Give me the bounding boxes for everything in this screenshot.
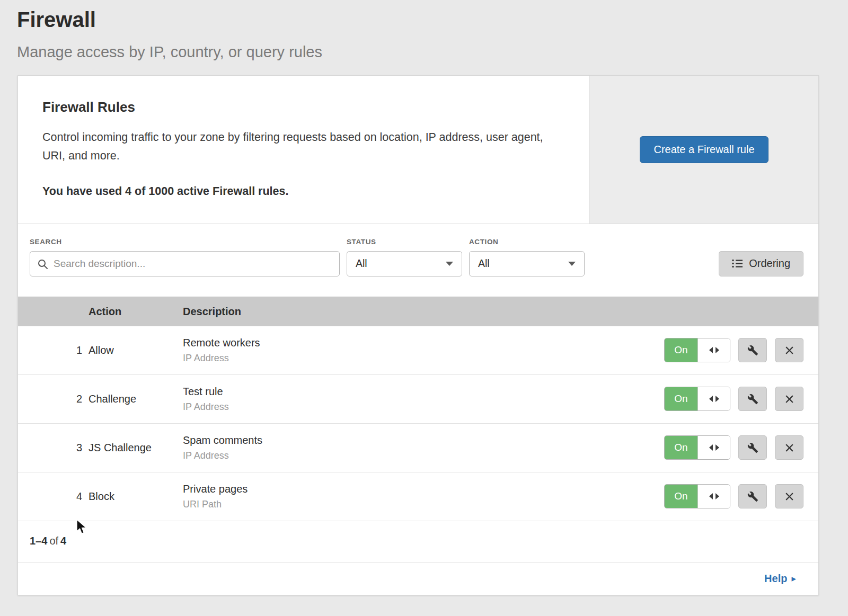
- wrench-icon: [747, 394, 758, 405]
- rule-description: Spam comments: [183, 434, 662, 447]
- search-filter-group: SEARCH: [30, 238, 340, 276]
- pagination: 1–4of4: [18, 521, 818, 562]
- close-icon: [784, 443, 794, 453]
- rule-action: JS Challenge: [89, 442, 183, 454]
- toggle-arrows-icon[interactable]: [697, 485, 730, 508]
- search-label: SEARCH: [30, 238, 340, 246]
- toggle-on-label[interactable]: On: [665, 485, 697, 508]
- rule-enabled-toggle[interactable]: On: [664, 484, 730, 508]
- search-icon: [37, 258, 49, 270]
- rule-number: 1: [76, 344, 89, 356]
- page-subtitle: Manage access by IP, country, or query r…: [17, 43, 848, 61]
- table-row: 4 Block Private pages URI Path On: [18, 472, 818, 521]
- pagination-total: 4: [60, 535, 66, 547]
- create-firewall-rule-button[interactable]: Create a Firewall rule: [640, 136, 768, 163]
- rule-action: Challenge: [89, 393, 183, 405]
- card-top-section: Firewall Rules Control incoming traffic …: [18, 76, 818, 224]
- wrench-icon: [747, 442, 758, 453]
- column-header-action: Action: [89, 306, 183, 318]
- toggle-arrows-icon[interactable]: [697, 436, 730, 459]
- delete-rule-button[interactable]: [775, 387, 803, 411]
- pagination-of: of: [47, 535, 60, 547]
- rule-number: 2: [76, 393, 89, 405]
- filter-bar: SEARCH STATUS All ACTION All: [18, 224, 818, 297]
- rule-match-type: IP Address: [183, 450, 662, 461]
- ordering-button[interactable]: Ordering: [719, 251, 803, 276]
- toggle-arrows-icon[interactable]: [697, 338, 730, 362]
- rule-action: Allow: [89, 344, 183, 356]
- action-label: ACTION: [469, 238, 585, 246]
- usage-text: You have used 4 of 1000 active Firewall …: [42, 185, 564, 198]
- action-select[interactable]: All: [469, 251, 585, 276]
- edit-rule-button[interactable]: [738, 435, 767, 460]
- action-filter-group: ACTION All: [469, 238, 585, 276]
- status-selected-value: All: [356, 257, 367, 270]
- rule-description: Private pages: [183, 483, 662, 495]
- ordering-icon: [732, 259, 743, 268]
- wrench-icon: [747, 345, 758, 356]
- help-label: Help: [764, 573, 787, 585]
- table-row: 3 JS Challenge Spam comments IP Address …: [18, 424, 818, 472]
- toggle-arrows-icon[interactable]: [697, 387, 730, 410]
- delete-rule-button[interactable]: [775, 338, 803, 362]
- rule-enabled-toggle[interactable]: On: [664, 338, 730, 362]
- card-intro: Firewall Rules Control incoming traffic …: [18, 76, 589, 224]
- action-selected-value: All: [478, 257, 490, 270]
- status-filter-group: STATUS All: [347, 238, 462, 276]
- status-label: STATUS: [347, 238, 462, 246]
- rule-description: Remote workers: [183, 337, 662, 349]
- rule-number: 4: [76, 490, 89, 503]
- firewall-rules-card: Firewall Rules Control incoming traffic …: [17, 75, 819, 595]
- rule-match-type: IP Address: [183, 353, 662, 364]
- rule-match-type: URI Path: [183, 499, 662, 510]
- chevron-down-icon: [446, 262, 453, 266]
- page-header: Firewall Manage access by IP, country, o…: [0, 0, 848, 61]
- search-input[interactable]: [30, 252, 339, 276]
- table-header: Action Description: [18, 297, 818, 326]
- create-panel: Create a Firewall rule: [589, 76, 818, 224]
- edit-rule-button[interactable]: [738, 338, 767, 362]
- edit-rule-button[interactable]: [738, 484, 767, 508]
- table-row: 1 Allow Remote workers IP Address On: [18, 326, 818, 375]
- rule-action: Block: [89, 490, 183, 503]
- ordering-label: Ordering: [749, 257, 790, 270]
- help-arrow-icon: ▸: [791, 573, 796, 584]
- card-heading: Firewall Rules: [42, 99, 564, 115]
- toggle-on-label[interactable]: On: [665, 436, 697, 459]
- rule-description: Test rule: [183, 386, 662, 398]
- card-footer: Help ▸: [18, 562, 818, 595]
- page-title: Firewall: [17, 7, 848, 32]
- help-link[interactable]: Help ▸: [764, 573, 796, 585]
- toggle-on-label[interactable]: On: [665, 338, 697, 362]
- wrench-icon: [747, 491, 758, 502]
- search-box: [30, 251, 340, 276]
- toggle-on-label[interactable]: On: [665, 387, 697, 410]
- rule-enabled-toggle[interactable]: On: [664, 387, 730, 411]
- edit-rule-button[interactable]: [738, 387, 767, 411]
- rule-number: 3: [76, 442, 89, 454]
- chevron-down-icon: [568, 262, 576, 266]
- pagination-range: 1–4: [30, 535, 47, 547]
- close-icon: [784, 492, 794, 502]
- close-icon: [784, 394, 794, 404]
- table-row: 2 Challenge Test rule IP Address On: [18, 375, 818, 424]
- card-description: Control incoming traffic to your zone by…: [42, 128, 551, 166]
- delete-rule-button[interactable]: [775, 484, 803, 508]
- close-icon: [784, 345, 794, 355]
- rule-enabled-toggle[interactable]: On: [664, 435, 730, 460]
- delete-rule-button[interactable]: [775, 435, 803, 460]
- rule-match-type: IP Address: [183, 401, 662, 413]
- status-select[interactable]: All: [347, 251, 462, 276]
- column-header-description: Description: [183, 306, 662, 318]
